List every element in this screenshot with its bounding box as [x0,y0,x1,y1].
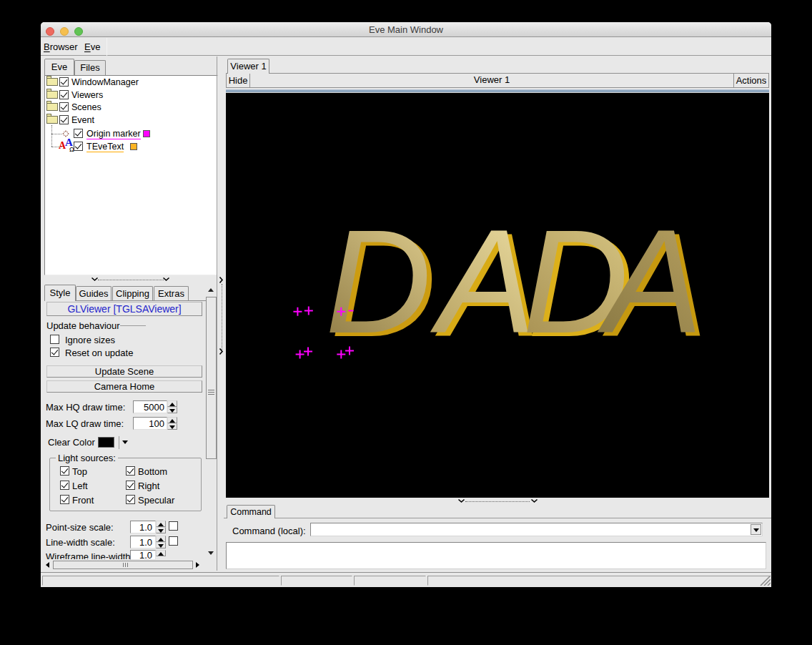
svg-text:D: D [325,200,432,364]
svg-text:A: A [430,200,535,364]
svg-text:A: A [597,200,703,364]
